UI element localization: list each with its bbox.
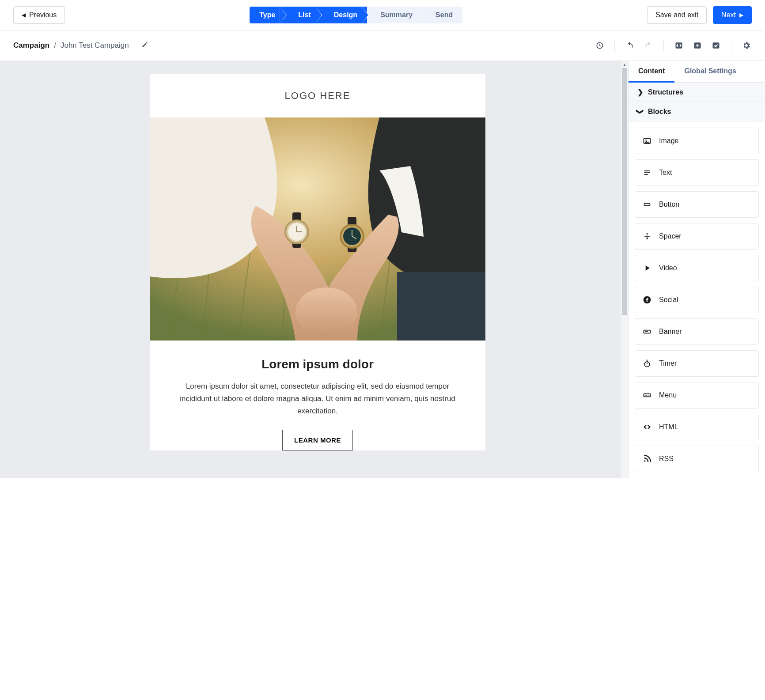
stepper: Type List Design Summary Send	[250, 7, 462, 23]
social-icon	[642, 295, 652, 305]
block-label: Social	[659, 296, 678, 304]
undo-icon[interactable]	[625, 40, 635, 51]
previous-button[interactable]: ◀ Previous	[13, 6, 65, 24]
code-view-icon[interactable]	[674, 40, 684, 51]
block-label: Video	[659, 264, 677, 272]
topbar-right: Save and exit Next ▶	[647, 6, 752, 24]
block-label: Image	[659, 137, 678, 145]
svg-rect-26	[645, 331, 648, 332]
timer-icon	[642, 359, 652, 368]
save-exit-button[interactable]: Save and exit	[647, 6, 707, 24]
chevron-down-icon: ❯	[636, 108, 644, 115]
block-text[interactable]: Text	[635, 159, 759, 186]
main-area: LOGO HERE	[0, 61, 765, 478]
step-list[interactable]: List	[285, 7, 320, 23]
video-icon	[642, 263, 652, 273]
step-type[interactable]: Type	[250, 7, 285, 23]
block-spacer[interactable]: Spacer	[635, 223, 759, 250]
step-design[interactable]: Design	[321, 7, 367, 23]
svg-rect-33	[648, 395, 649, 396]
email-body-text[interactable]: Lorem ipsum dolor sit amet, consectetur …	[150, 380, 485, 417]
html-icon	[642, 422, 652, 432]
test-send-icon[interactable]	[711, 40, 721, 51]
section-blocks-label: Blocks	[648, 108, 671, 116]
breadcrumb-root: Campaign	[13, 41, 49, 50]
caret-right-icon: ▶	[739, 12, 743, 18]
section-blocks[interactable]: ❯ Blocks	[629, 102, 765, 121]
block-timer[interactable]: Timer	[635, 350, 759, 377]
side-panel: Content Global Settings ❯ Structures ❯ B…	[628, 61, 765, 478]
svg-rect-28	[646, 360, 648, 361]
svg-point-6	[295, 288, 357, 336]
block-social[interactable]: Social	[635, 287, 759, 313]
block-button[interactable]: Button	[635, 191, 759, 218]
toolbar-divider	[663, 39, 664, 52]
block-label: Text	[659, 169, 672, 177]
canvas-scrollbar[interactable]: ▲	[621, 61, 628, 478]
block-label: Timer	[659, 359, 677, 367]
svg-rect-23	[644, 236, 650, 237]
tab-global-settings[interactable]: Global Settings	[674, 61, 746, 82]
preview-icon[interactable]	[692, 40, 703, 51]
email-headline[interactable]: Lorem ipsum dolor	[150, 357, 485, 371]
email-logo[interactable]: LOGO HERE	[150, 74, 485, 117]
previous-label: Previous	[29, 11, 57, 19]
breadcrumb: Campaign / John Test Campaign	[13, 41, 148, 50]
block-label: Button	[659, 201, 679, 208]
caret-left-icon: ◀	[22, 12, 26, 18]
tab-content[interactable]: Content	[629, 61, 674, 83]
edit-name-icon[interactable]	[141, 41, 148, 50]
block-rss[interactable]: RSS	[635, 446, 759, 472]
block-menu[interactable]: Menu	[635, 382, 759, 409]
svg-rect-21	[644, 174, 648, 175]
svg-point-2	[697, 45, 699, 47]
block-video[interactable]: Video	[635, 255, 759, 281]
chevron-right-icon: ❯	[636, 88, 644, 96]
section-structures[interactable]: ❯ Structures	[629, 83, 765, 102]
email-preview: LOGO HERE	[150, 74, 485, 450]
settings-icon[interactable]	[741, 40, 752, 51]
toolbar-divider	[614, 39, 615, 52]
svg-rect-20	[644, 172, 650, 173]
svg-point-34	[644, 460, 645, 462]
svg-rect-32	[646, 395, 647, 396]
block-label: Spacer	[659, 232, 682, 240]
next-button[interactable]: Next ▶	[713, 6, 752, 24]
text-icon	[642, 168, 652, 178]
banner-icon	[642, 327, 652, 337]
menu-icon	[642, 390, 652, 400]
toolbar-divider	[731, 39, 731, 52]
svg-rect-22	[644, 204, 650, 206]
breadcrumb-leaf: John Test Campaign	[61, 41, 129, 50]
block-image[interactable]: Image	[635, 128, 759, 154]
block-label: HTML	[659, 423, 678, 431]
toolbar	[594, 39, 752, 52]
step-summary[interactable]: Summary	[367, 7, 422, 23]
scroll-thumb[interactable]	[622, 68, 627, 315]
step-send[interactable]: Send	[422, 7, 462, 23]
save-exit-label: Save and exit	[655, 11, 698, 19]
top-bar: ◀ Previous Type List Design Summary Send…	[0, 0, 765, 30]
rss-icon	[642, 454, 652, 464]
svg-rect-19	[644, 170, 650, 171]
canvas[interactable]: LOGO HERE	[0, 61, 628, 478]
spacer-icon	[642, 231, 652, 241]
block-html[interactable]: HTML	[635, 414, 759, 440]
image-icon	[642, 136, 652, 146]
sub-bar: Campaign / John Test Campaign	[0, 30, 765, 61]
svg-point-18	[645, 140, 647, 141]
block-banner[interactable]: Banner	[635, 318, 759, 345]
next-label: Next	[721, 11, 736, 19]
history-icon[interactable]	[594, 40, 605, 51]
blocks-list: Image Text Button Spacer Video Social	[629, 121, 765, 478]
button-icon	[642, 200, 652, 209]
block-label: Menu	[659, 391, 677, 399]
email-hero-image[interactable]	[150, 117, 485, 341]
svg-rect-31	[645, 395, 646, 396]
block-label: Banner	[659, 328, 682, 336]
breadcrumb-separator: /	[54, 41, 56, 50]
scroll-up-icon[interactable]: ▲	[621, 61, 628, 68]
email-cta-button[interactable]: LEARN MORE	[282, 430, 353, 450]
section-structures-label: Structures	[648, 88, 683, 96]
redo-icon	[643, 40, 654, 51]
